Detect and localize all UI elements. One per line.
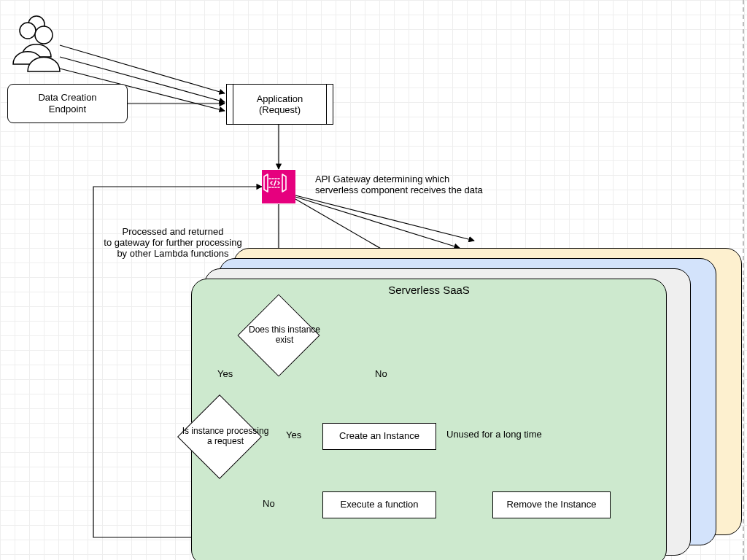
decision-processing-label: Is instance processing a request bbox=[175, 407, 276, 467]
edge-label-no-1: No bbox=[374, 368, 389, 379]
edge-label-yes-2: Yes bbox=[285, 429, 303, 440]
note-api-gateway: API Gateway determining which serverless… bbox=[315, 174, 534, 195]
decision-instance-exist-label: Does this instance exist bbox=[236, 306, 333, 365]
edge-label-unused: Unused for a long time bbox=[445, 429, 543, 440]
edge-label-no-2: No bbox=[261, 498, 276, 509]
edge-label-yes-1: Yes bbox=[216, 368, 234, 379]
note-return-loop: Processed and returned to gateway for fu… bbox=[89, 226, 257, 259]
